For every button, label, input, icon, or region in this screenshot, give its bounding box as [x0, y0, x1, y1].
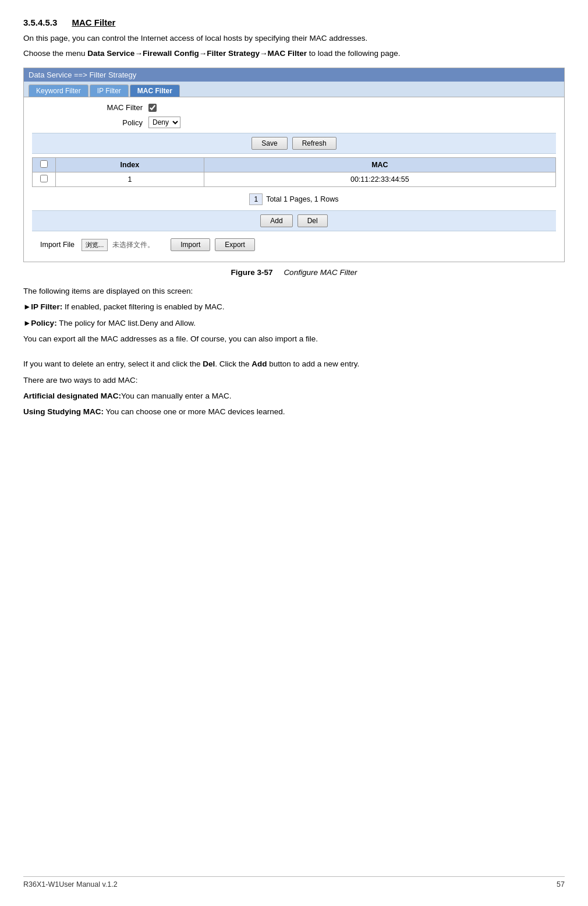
col-index: Index [56, 158, 204, 172]
artificial-text: You can manually enter a MAC. [121, 392, 231, 400]
mac-filter-control [148, 104, 157, 112]
import-button[interactable]: Import [171, 238, 210, 251]
policy-desc-label: ►Policy: [23, 319, 57, 327]
ip-filter-item: ►IP Filter: If enabled, packet filtering… [23, 301, 565, 313]
page-footer: R36X1-W1User Manual v.1.2 57 [23, 876, 565, 889]
tab-mac-filter[interactable]: MAC Filter [130, 84, 180, 97]
intro2-post: to load the following page. [307, 49, 401, 58]
studying-label: Using Studying MAC: [23, 407, 104, 416]
browse-button[interactable]: 浏览... [82, 239, 108, 251]
footer-left: R36X1-W1User Manual v.1.2 [23, 880, 118, 889]
save-refresh-row: Save Refresh [32, 133, 556, 154]
mac-filter-checkbox[interactable] [148, 104, 157, 112]
panel-titlebar: Data Service ==> Filter Strategy [24, 68, 564, 82]
add-bold: Add [252, 359, 267, 368]
artificial-note: Artificial designated MAC:You can manual… [23, 390, 565, 403]
policy-control: Deny Allow [148, 117, 180, 128]
policy-item: ►Policy: The policy for MAC list.Deny an… [23, 317, 565, 330]
select-all-checkbox[interactable] [40, 160, 48, 168]
import-file-label: Import File [40, 241, 75, 249]
section-title: MAC Filter [72, 17, 115, 27]
page-number[interactable]: 1 [249, 193, 263, 205]
policy-label: Policy [32, 118, 148, 127]
policy-select[interactable]: Deny Allow [148, 117, 180, 128]
description-intro: The following items are displayed on thi… [23, 285, 565, 298]
footer-right: 57 [557, 880, 565, 889]
pagination-row: 1 Total 1 Pages, 1 Rows [32, 191, 556, 208]
tab-keyword-filter[interactable]: Keyword Filter [29, 84, 88, 97]
add-del-row: Add Del [32, 210, 556, 231]
figure-caption: Figure 3-57 Configure MAC Filter [23, 268, 565, 277]
ui-panel: Data Service ==> Filter Strategy Keyword… [23, 68, 565, 262]
nav-path: Data Service→Firewall Config→Filter Stra… [87, 49, 307, 58]
refresh-button[interactable]: Refresh [292, 137, 336, 150]
add-button[interactable]: Add [260, 214, 292, 227]
tab-bar: Keyword Filter IP Filter MAC Filter [24, 82, 564, 97]
delete-note-post: button to add a new entry. [267, 359, 359, 368]
ip-filter-label: ►IP Filter: [23, 302, 62, 311]
section-heading: 3.5.4.5.3 MAC Filter [23, 17, 565, 27]
delete-note: If you want to delete an entry, select i… [23, 358, 565, 371]
col-mac: MAC [204, 158, 555, 172]
policy-desc-text: The policy for MAC list.Deny and Allow. [57, 319, 196, 327]
intro2-pre: Choose the menu [23, 49, 87, 58]
mac-filter-row: MAC Filter [32, 103, 556, 112]
row-index: 1 [56, 172, 204, 187]
intro-paragraph-2: Choose the menu Data Service→Firewall Co… [23, 47, 565, 60]
import-row: Import File 浏览... 未选择文件。 Import Export [32, 234, 556, 256]
delete-note-mid: . Click the [215, 359, 252, 368]
del-bold: Del [203, 359, 215, 368]
row-mac: 00:11:22:33:44:55 [204, 172, 555, 187]
mac-table: Index MAC 1 00:11:22:33:44:55 [32, 157, 556, 187]
del-button[interactable]: Del [297, 214, 328, 227]
save-button[interactable]: Save [252, 137, 287, 150]
pagination-summary: Total 1 Pages, 1 Rows [266, 195, 338, 203]
export-button[interactable]: Export [215, 238, 255, 251]
mac-filter-label: MAC Filter [32, 103, 148, 112]
policy-row: Policy Deny Allow [32, 117, 556, 128]
tab-ip-filter[interactable]: IP Filter [90, 84, 129, 97]
ways-note: There are two ways to add MAC: [23, 374, 565, 387]
studying-text: You can choose one or more MAC devices l… [104, 407, 285, 416]
studying-note: Using Studying MAC: You can choose one o… [23, 406, 565, 418]
row-checkbox[interactable] [40, 175, 48, 182]
artificial-label: Artificial designated MAC: [23, 392, 121, 400]
row-checkbox-cell [33, 172, 56, 187]
file-name-display: 未选择文件。 [112, 240, 154, 250]
panel-body: MAC Filter Policy Deny Allow Save Refres… [24, 97, 564, 262]
figure-number: Figure 3-57 [231, 268, 273, 277]
intro-paragraph-1: On this page, you can control the Intern… [23, 32, 565, 45]
ip-filter-text: If enabled, packet filtering is enabled … [62, 302, 224, 311]
section-number: 3.5.4.5.3 [23, 17, 57, 27]
col-checkbox [33, 158, 56, 172]
delete-note-pre: If you want to delete an entry, select i… [23, 359, 203, 368]
figure-title: Configure MAC Filter [284, 268, 357, 277]
export-note: You can export all the MAC addresses as … [23, 333, 565, 346]
table-row: 1 00:11:22:33:44:55 [33, 172, 556, 187]
